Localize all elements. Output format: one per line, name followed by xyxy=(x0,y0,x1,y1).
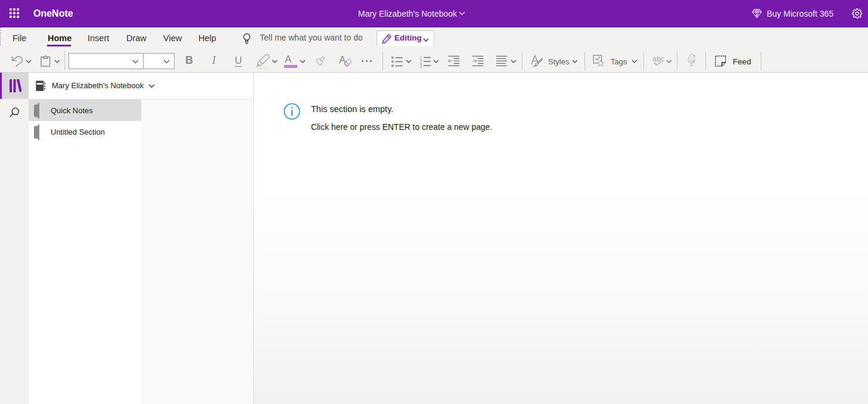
svg-text:3: 3 xyxy=(419,63,422,69)
